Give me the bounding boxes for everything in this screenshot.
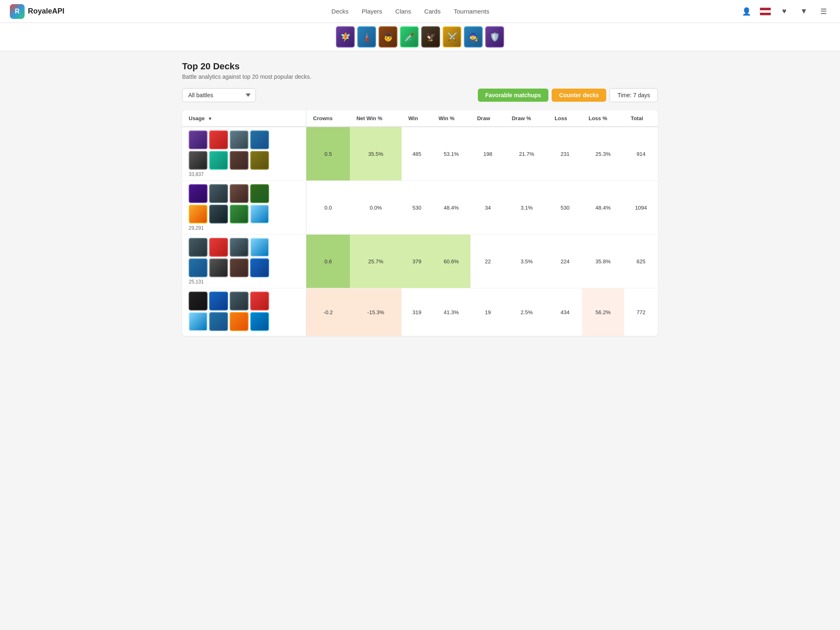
table-row: -0.2-15.3%31941.3%192.5%43456.2%772 xyxy=(182,288,658,336)
usage-label: 29,291 xyxy=(189,225,299,231)
favorite-icon[interactable]: ♥ xyxy=(778,5,791,18)
nav-tournaments[interactable]: Tournaments xyxy=(454,8,489,15)
deck-card-6[interactable] xyxy=(230,151,249,170)
deck-card-6[interactable] xyxy=(230,205,249,224)
col-win-pct[interactable]: Win % xyxy=(432,110,470,127)
draw-pct-cell: 3.5% xyxy=(505,235,548,288)
table-row: 33,8370.535.5%48553.1%19821.7%23125.3%91… xyxy=(182,127,658,181)
loss-pct-cell: 35.8% xyxy=(582,235,624,288)
deck-card-0[interactable] xyxy=(189,184,208,203)
draw-pct-cell: 21.7% xyxy=(505,127,548,181)
deck-card-3[interactable] xyxy=(250,184,269,203)
nav-clans[interactable]: Clans xyxy=(395,8,411,15)
col-usage[interactable]: Usage ▼ xyxy=(182,110,306,127)
deck-card-4[interactable] xyxy=(189,258,208,277)
deck-card-4[interactable] xyxy=(189,151,208,170)
deck-card-5[interactable] xyxy=(209,258,228,277)
deck-card-0[interactable] xyxy=(189,292,208,310)
banner-card-4[interactable]: 🗡️ xyxy=(400,26,419,48)
banner-card-6[interactable]: ⚔️ xyxy=(443,26,461,48)
col-draw-pct[interactable]: Draw % xyxy=(505,110,548,127)
col-net-win-pct[interactable]: Net Win % xyxy=(350,110,402,127)
deck-grid[interactable] xyxy=(189,184,299,224)
deck-card-4[interactable] xyxy=(189,312,208,331)
nav-icons: 👤 ♥ ▼ ☰ xyxy=(740,5,830,18)
loss-cell: 434 xyxy=(548,288,582,336)
banner-card-2[interactable]: 🗼 xyxy=(357,26,376,48)
time-filter-button[interactable]: Time: 7 days xyxy=(609,88,658,102)
deck-card-1[interactable] xyxy=(209,292,228,310)
battle-type-select[interactable]: All battles xyxy=(182,88,256,102)
deck-card-5[interactable] xyxy=(209,312,228,331)
usage-cell[interactable]: 29,291 xyxy=(182,181,306,235)
win-cell: 319 xyxy=(402,288,432,336)
banner-card-8[interactable]: 🛡️ xyxy=(485,26,504,48)
deck-card-1[interactable] xyxy=(209,184,228,203)
brand[interactable]: R RoyaleAPI xyxy=(10,4,64,19)
deck-grid[interactable] xyxy=(189,292,299,331)
loss-pct-cell: 48.4% xyxy=(582,181,624,235)
menu-icon[interactable]: ☰ xyxy=(817,5,830,18)
deck-card-2[interactable] xyxy=(230,292,249,310)
total-cell: 914 xyxy=(624,127,658,181)
usage-cell[interactable] xyxy=(182,288,306,336)
deck-card-7[interactable] xyxy=(250,205,269,224)
deck-card-2[interactable] xyxy=(230,184,249,203)
deck-card-6[interactable] xyxy=(230,312,249,331)
deck-card-5[interactable] xyxy=(209,151,228,170)
col-total[interactable]: Total xyxy=(624,110,658,127)
crowns-cell: -0.2 xyxy=(306,288,350,336)
deck-card-2[interactable] xyxy=(230,130,249,149)
usage-label: 25,131 xyxy=(189,279,299,285)
deck-card-1[interactable] xyxy=(209,130,228,149)
total-cell: 625 xyxy=(624,235,658,288)
favorable-matchups-button[interactable]: Favorable matchups xyxy=(478,89,548,102)
banner-card-7[interactable]: 🧙 xyxy=(464,26,483,48)
col-loss[interactable]: Loss xyxy=(548,110,582,127)
net-win-cell: 25.7% xyxy=(350,235,402,288)
battle-type-dropdown-wrapper[interactable]: All battles xyxy=(182,88,256,102)
banner-card-5[interactable]: 🦅 xyxy=(421,26,440,48)
draw-cell: 198 xyxy=(470,127,505,181)
deck-card-7[interactable] xyxy=(250,258,269,277)
nav-decks[interactable]: Decks xyxy=(331,8,349,15)
crowns-cell: 0.6 xyxy=(306,235,350,288)
deck-card-3[interactable] xyxy=(250,130,269,149)
data-table: Usage ▼ Crowns Net Win % Win Win % Draw … xyxy=(182,110,658,336)
draw-cell: 34 xyxy=(470,181,505,235)
nav-cards[interactable]: Cards xyxy=(424,8,441,15)
banner-card-3[interactable]: 👦 xyxy=(379,26,397,48)
deck-grid[interactable] xyxy=(189,238,299,277)
deck-card-6[interactable] xyxy=(230,258,249,277)
language-flag-icon[interactable] xyxy=(760,7,771,16)
deck-card-1[interactable] xyxy=(209,238,228,257)
loss-cell: 224 xyxy=(548,235,582,288)
deck-grid[interactable] xyxy=(189,130,299,170)
deck-card-0[interactable] xyxy=(189,130,208,149)
deck-card-4[interactable] xyxy=(189,205,208,224)
table-row: 29,2910.00.0%53048.4%343.1%53048.4%1094 xyxy=(182,181,658,235)
usage-cell[interactable]: 33,837 xyxy=(182,127,306,181)
usage-cell[interactable]: 25,131 xyxy=(182,235,306,288)
navbar: R RoyaleAPI Decks Players Clans Cards To… xyxy=(0,0,840,23)
col-win[interactable]: Win xyxy=(402,110,432,127)
dropdown-icon[interactable]: ▼ xyxy=(797,5,810,18)
deck-card-2[interactable] xyxy=(230,238,249,257)
deck-card-3[interactable] xyxy=(250,292,269,310)
banner-card-1[interactable]: 🧚 xyxy=(336,26,355,48)
col-loss-pct[interactable]: Loss % xyxy=(582,110,624,127)
col-draw[interactable]: Draw xyxy=(470,110,505,127)
counter-decks-button[interactable]: Counter decks xyxy=(552,89,606,102)
usage-label: 33,837 xyxy=(189,171,299,177)
col-crowns[interactable]: Crowns xyxy=(306,110,350,127)
deck-card-3[interactable] xyxy=(250,238,269,257)
deck-card-0[interactable] xyxy=(189,238,208,257)
deck-card-5[interactable] xyxy=(209,205,228,224)
nav-players[interactable]: Players xyxy=(362,8,382,15)
win-pct-cell: 48.4% xyxy=(432,181,470,235)
deck-card-7[interactable] xyxy=(250,151,269,170)
user-icon[interactable]: 👤 xyxy=(740,5,753,18)
crowns-cell: 0.5 xyxy=(306,127,350,181)
deck-card-7[interactable] xyxy=(250,312,269,331)
win-pct-cell: 41.3% xyxy=(432,288,470,336)
